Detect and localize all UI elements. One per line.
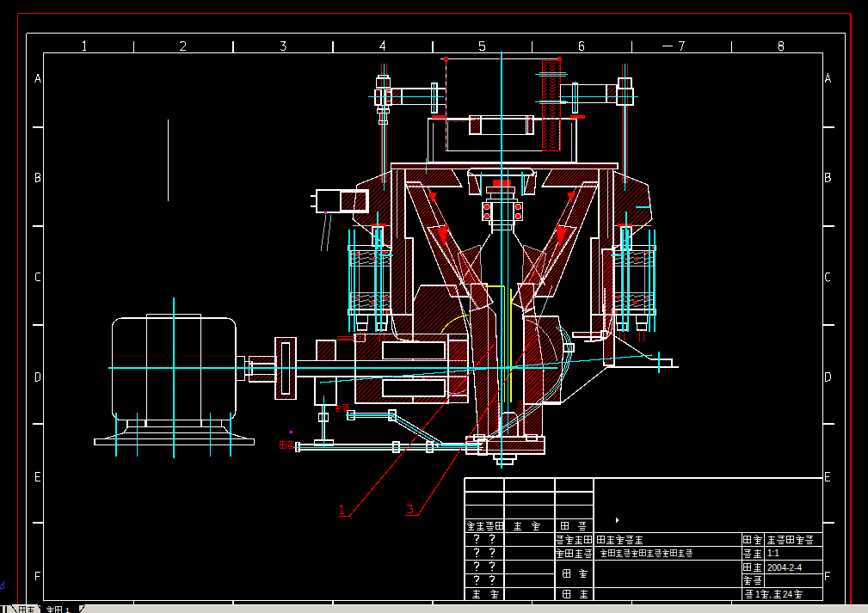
svg-text:1: 1 <box>65 606 70 613</box>
svg-text:,: , <box>769 590 772 599</box>
svg-text:24: 24 <box>783 590 793 599</box>
svg-text:1:1: 1:1 <box>767 549 779 558</box>
svg-text:2004-2-4: 2004-2-4 <box>767 563 802 573</box>
svg-text:1: 1 <box>755 590 760 599</box>
